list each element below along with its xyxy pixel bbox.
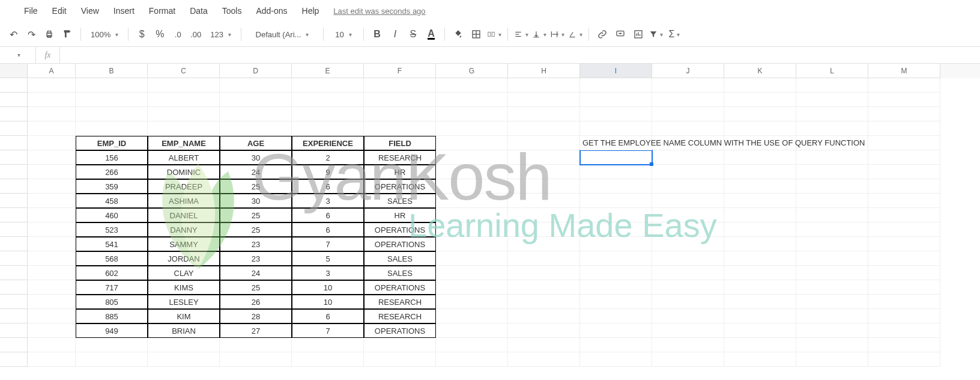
cell[interactable]	[868, 194, 940, 208]
cell[interactable]	[580, 78, 652, 93]
cell[interactable]	[436, 179, 508, 194]
cell[interactable]	[436, 295, 508, 309]
cell[interactable]	[148, 93, 220, 107]
cell[interactable]	[508, 251, 580, 266]
cell[interactable]: 805	[76, 295, 148, 309]
cell[interactable]	[652, 93, 724, 107]
cell[interactable]	[580, 237, 652, 251]
cell[interactable]: 28	[220, 309, 292, 323]
column-header-F[interactable]: F	[364, 64, 436, 78]
fill-color-button[interactable]	[450, 26, 467, 43]
cell[interactable]	[868, 107, 940, 121]
cell[interactable]	[724, 179, 796, 194]
cell[interactable]	[508, 208, 580, 222]
cell[interactable]	[580, 165, 652, 179]
cell[interactable]	[868, 338, 940, 352]
cell[interactable]	[724, 150, 796, 165]
cell[interactable]: 26	[220, 295, 292, 309]
column-header-A[interactable]: A	[28, 64, 76, 78]
cell[interactable]	[436, 107, 508, 121]
cell[interactable]	[652, 309, 724, 323]
cell[interactable]	[28, 107, 76, 121]
cell[interactable]	[580, 93, 652, 107]
undo-icon[interactable]: ↶	[5, 26, 22, 43]
bold-button[interactable]: B	[369, 26, 386, 43]
cell[interactable]	[436, 338, 508, 352]
cell[interactable]	[652, 280, 724, 295]
cell[interactable]	[28, 179, 76, 194]
redo-icon[interactable]: ↷	[23, 26, 40, 43]
cell[interactable]: SALES	[364, 251, 436, 266]
cell[interactable]	[724, 352, 796, 367]
cell[interactable]	[580, 280, 652, 295]
cell[interactable]	[508, 323, 580, 338]
row-header[interactable]	[0, 251, 28, 266]
cell[interactable]: 9	[292, 165, 364, 179]
cell[interactable]	[580, 323, 652, 338]
cell[interactable]: 359	[76, 179, 148, 194]
menu-add-ons[interactable]: Add-ons	[250, 4, 293, 18]
row-header[interactable]	[0, 78, 28, 93]
cell[interactable]	[508, 121, 580, 136]
row-header[interactable]	[0, 295, 28, 309]
column-header-C[interactable]: C	[148, 64, 220, 78]
strikethrough-button[interactable]: S	[405, 26, 422, 43]
cell[interactable]	[724, 338, 796, 352]
row-header[interactable]	[0, 165, 28, 179]
row-header[interactable]	[0, 280, 28, 295]
cell[interactable]	[220, 121, 292, 136]
cell[interactable]	[436, 136, 508, 150]
cell[interactable]	[580, 222, 652, 237]
cell[interactable]	[436, 266, 508, 280]
increase-decimal-icon[interactable]: .00	[187, 26, 204, 43]
cell[interactable]	[724, 309, 796, 323]
cell[interactable]	[508, 237, 580, 251]
cell[interactable]	[652, 237, 724, 251]
cell[interactable]: OPERATIONS	[364, 222, 436, 237]
cell[interactable]: OPERATIONS	[364, 237, 436, 251]
cell[interactable]	[292, 121, 364, 136]
row-header[interactable]	[0, 237, 28, 251]
cell[interactable]	[796, 222, 868, 237]
cell[interactable]: SALES	[364, 194, 436, 208]
cell[interactable]	[508, 280, 580, 295]
cell[interactable]: 6	[292, 179, 364, 194]
cell[interactable]	[580, 107, 652, 121]
insert-link-button[interactable]	[594, 26, 611, 43]
cell[interactable]	[28, 222, 76, 237]
cell[interactable]	[796, 165, 868, 179]
cell[interactable]: RESEARCH	[364, 309, 436, 323]
cell[interactable]	[724, 107, 796, 121]
cell[interactable]	[292, 78, 364, 93]
row-header[interactable]	[0, 121, 28, 136]
cell[interactable]: ASHIMA	[148, 194, 220, 208]
cell[interactable]	[652, 323, 724, 338]
cell[interactable]	[796, 93, 868, 107]
cell[interactable]	[508, 165, 580, 179]
cell[interactable]	[508, 222, 580, 237]
cell[interactable]	[580, 121, 652, 136]
cell[interactable]	[28, 78, 76, 93]
column-header-M[interactable]: M	[868, 64, 940, 78]
cell[interactable]: KIMS	[148, 280, 220, 295]
cell[interactable]	[508, 309, 580, 323]
column-header-D[interactable]: D	[220, 64, 292, 78]
cell[interactable]	[724, 208, 796, 222]
column-header-K[interactable]: K	[724, 64, 796, 78]
cell[interactable]	[868, 93, 940, 107]
cell[interactable]	[796, 280, 868, 295]
cell[interactable]	[508, 338, 580, 352]
cell[interactable]: EXPERIENCE	[292, 136, 364, 150]
cell[interactable]	[508, 136, 580, 150]
cell[interactable]	[28, 93, 76, 107]
row-header[interactable]	[0, 323, 28, 338]
cell[interactable]	[28, 237, 76, 251]
cell[interactable]	[28, 338, 76, 352]
cell[interactable]	[652, 338, 724, 352]
cell[interactable]	[28, 280, 76, 295]
cell[interactable]	[652, 194, 724, 208]
row-header[interactable]	[0, 136, 28, 150]
cell[interactable]	[868, 251, 940, 266]
row-header[interactable]	[0, 309, 28, 323]
menu-view[interactable]: View	[75, 4, 105, 18]
